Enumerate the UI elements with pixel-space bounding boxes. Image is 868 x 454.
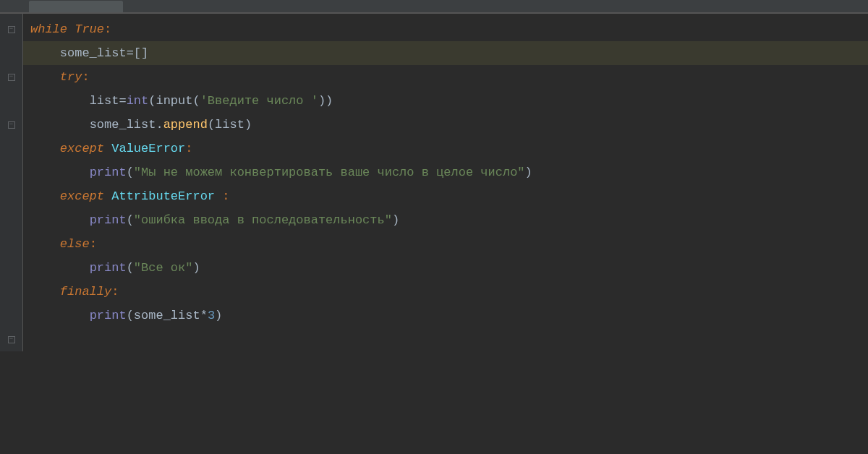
gutter-row xyxy=(0,208,22,232)
code-line[interactable]: else: xyxy=(23,232,868,256)
variable: list xyxy=(215,118,244,132)
method-append: append xyxy=(163,118,208,132)
paren: ( xyxy=(208,118,215,132)
colon: : xyxy=(90,237,97,251)
gutter-row xyxy=(0,137,22,160)
code-area[interactable]: while True: some_list=[] try: list=int(i… xyxy=(23,14,868,351)
gutter-row xyxy=(0,280,22,304)
code-line[interactable]: finally: xyxy=(23,280,868,304)
builtin-print: print xyxy=(90,213,127,227)
paren: ) xyxy=(392,213,399,227)
gutter-row xyxy=(0,256,22,280)
builtin-int: int xyxy=(127,94,149,108)
code-editor[interactable]: − − − − while True: some_list=[] try: li… xyxy=(0,14,868,351)
number: 3 xyxy=(208,309,215,322)
paren: ( xyxy=(127,309,134,322)
gutter-row xyxy=(0,41,22,65)
colon: : xyxy=(82,70,89,84)
keyword-try: try xyxy=(60,70,82,84)
operator-star: * xyxy=(200,309,208,322)
variable: some_list xyxy=(90,118,156,132)
code-line[interactable]: list=int(input('Введите число ')) xyxy=(23,89,868,113)
paren: )) xyxy=(318,94,333,108)
string: "Все ок" xyxy=(134,261,193,275)
keyword-finally: finally xyxy=(60,285,111,299)
code-line[interactable]: try: xyxy=(23,65,868,89)
operator: = xyxy=(127,46,134,60)
code-line[interactable]: except ValueError: xyxy=(23,137,868,160)
paren: ( xyxy=(192,94,200,108)
string: "Мы не можем конвертировать ваше число в… xyxy=(134,166,525,179)
code-line-highlighted[interactable]: some_list=[] xyxy=(23,41,868,65)
tab-bar xyxy=(0,0,868,13)
code-line[interactable]: print("ошибка ввода в последовательность… xyxy=(23,208,868,232)
code-line[interactable]: print(some_list*3) xyxy=(23,304,868,327)
brackets: [] xyxy=(134,46,148,60)
dot: . xyxy=(156,118,163,132)
paren: ) xyxy=(215,309,222,322)
operator: = xyxy=(119,94,126,108)
colon: : xyxy=(185,142,192,155)
keyword-except: except xyxy=(60,189,104,203)
builtin-print: print xyxy=(90,166,127,179)
fold-icon[interactable]: − xyxy=(0,113,22,137)
exception-class: AttributeError xyxy=(111,189,215,203)
gutter: − − − − xyxy=(0,14,23,351)
fold-icon[interactable]: − xyxy=(0,17,22,41)
variable: list xyxy=(90,94,119,108)
gutter-row xyxy=(0,304,22,327)
gutter-row xyxy=(0,160,22,184)
builtin-print: print xyxy=(90,309,127,322)
gutter-row xyxy=(0,184,22,208)
keyword-else: else xyxy=(60,237,90,251)
variable: some_list xyxy=(60,46,127,60)
code-line[interactable]: some_list.append(list) xyxy=(23,113,868,137)
string: "ошибка ввода в последовательность" xyxy=(134,213,392,227)
paren: ) xyxy=(192,261,200,275)
code-line[interactable]: print("Все ок") xyxy=(23,256,868,280)
paren: ( xyxy=(127,166,134,179)
keyword-true: True xyxy=(75,22,104,36)
paren: ( xyxy=(127,213,134,227)
fold-icon[interactable]: − xyxy=(0,65,22,89)
keyword-except: except xyxy=(60,142,104,155)
code-line[interactable]: while True: xyxy=(23,17,868,41)
paren: ) xyxy=(244,118,252,132)
file-tab[interactable] xyxy=(29,1,123,12)
string: 'Введите число ' xyxy=(200,94,318,108)
colon: : xyxy=(222,189,229,203)
variable: some_list xyxy=(134,309,200,322)
gutter-row xyxy=(0,89,22,113)
code-line[interactable]: except AttributeError : xyxy=(23,184,868,208)
colon: : xyxy=(104,22,111,36)
paren: ) xyxy=(525,166,532,179)
paren: ( xyxy=(127,261,134,275)
builtin-input: input xyxy=(156,94,192,108)
colon: : xyxy=(111,285,119,299)
keyword-while: while xyxy=(30,22,67,36)
exception-class: ValueError xyxy=(111,142,185,155)
code-line[interactable]: print("Мы не можем конвертировать ваше ч… xyxy=(23,160,868,184)
fold-icon[interactable]: − xyxy=(0,327,22,351)
builtin-print: print xyxy=(90,261,127,275)
gutter-row xyxy=(0,232,22,256)
paren: ( xyxy=(148,94,156,108)
